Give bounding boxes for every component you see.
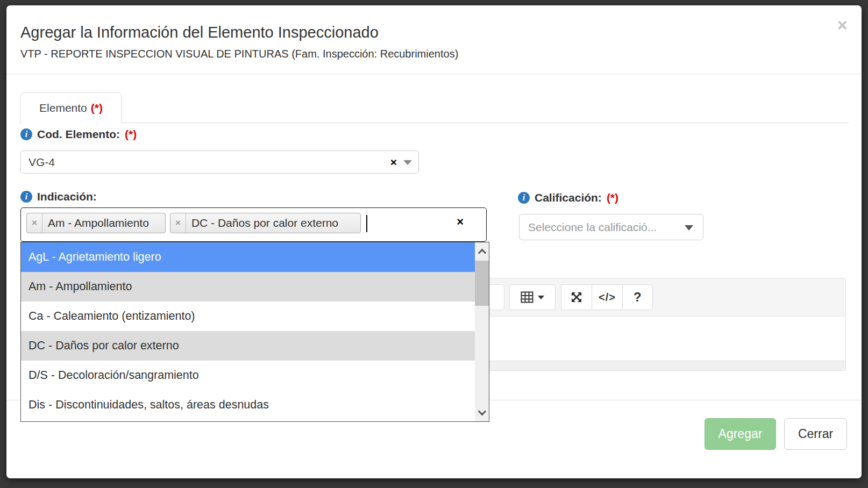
code-view-button[interactable]: </> — [592, 285, 622, 310]
dropdown-option[interactable]: Ca - Caleamiento (entizamiento) — [21, 302, 475, 331]
cod-elemento-select[interactable]: VG-4 × — [20, 150, 419, 174]
tabs-underline — [19, 123, 849, 123]
text-cursor — [366, 215, 367, 232]
header-divider — [6, 74, 862, 74]
calificacion-label-row: i Calificación: (*) — [518, 191, 618, 204]
tag-label: Am - Ampollamiento — [42, 217, 154, 229]
cod-elemento-value: VG-4 — [29, 156, 55, 169]
insert-table-button[interactable] — [509, 284, 556, 310]
chevron-down-icon[interactable] — [403, 160, 412, 165]
info-icon[interactable]: i — [518, 192, 530, 204]
help-icon: ? — [634, 290, 642, 305]
add-element-modal: Agregar la Información del Elemento Insp… — [6, 5, 862, 478]
description-editor: </> ? — [486, 278, 846, 371]
scroll-up-icon[interactable] — [475, 242, 489, 260]
remove-tag-icon[interactable]: × — [27, 213, 42, 233]
cod-elemento-label: Cod. Elemento: — [37, 128, 120, 141]
modal-subtitle: VTP - REPORTE INSPECCION VISUAL DE PINTU… — [20, 48, 458, 60]
clear-selection-icon[interactable]: × — [390, 156, 397, 168]
fullscreen-icon — [570, 291, 583, 304]
dropdown-option[interactable]: DC - Daños por calor externo — [21, 331, 475, 361]
indicacion-label: Indicación: — [37, 190, 97, 203]
help-button[interactable]: ? — [622, 285, 652, 310]
scroll-down-icon[interactable] — [475, 404, 489, 421]
modal-title: Agregar la Información del Elemento Insp… — [20, 23, 379, 43]
editor-content-area[interactable] — [486, 317, 845, 362]
dropdown-option[interactable]: Am - Ampollamiento — [21, 272, 475, 302]
dropdown-option[interactable]: Dis - Discontinuidades, saltos, áreas de… — [21, 390, 475, 420]
code-icon: </> — [599, 291, 616, 304]
tab-elemento[interactable]: Elemento (*) — [20, 92, 122, 123]
calificacion-label: Calificación: — [535, 191, 602, 204]
table-icon — [521, 291, 533, 303]
indicacion-label-row: i Indicación: — [20, 190, 97, 203]
editor-resize-bar[interactable] — [486, 361, 845, 370]
editor-toolbar: </> ? — [486, 278, 845, 317]
close-icon[interactable]: × — [837, 16, 848, 34]
selected-tag: × Am - Ampollamiento — [26, 213, 166, 233]
cod-elemento-label-row: i Cod. Elemento: (*) — [20, 128, 137, 141]
fullscreen-button[interactable] — [561, 285, 592, 310]
cod-elemento-required-mark: (*) — [125, 128, 137, 141]
tab-required-mark: (*) — [91, 102, 103, 114]
calificacion-placeholder: Seleccione la calificació... — [528, 221, 657, 234]
tab-label: Elemento — [39, 102, 87, 114]
dropdown-option[interactable]: AgL - Agrietamiento ligero — [21, 242, 475, 272]
indicacion-multiselect-input[interactable]: × Am - Ampollamiento × DC - Daños por ca… — [20, 207, 487, 242]
clear-all-icon[interactable]: × — [457, 216, 464, 228]
dropdown-option[interactable]: D/S - Decoloración/sangramiento — [21, 361, 475, 390]
calificacion-required-mark: (*) — [607, 191, 618, 204]
cerrar-button[interactable]: Cerrar — [784, 418, 847, 450]
chevron-down-icon[interactable] — [685, 225, 693, 231]
tag-label: DC - Daños por calor externo — [186, 217, 344, 229]
chevron-down-icon — [538, 296, 544, 299]
scrollbar-thumb[interactable] — [475, 261, 489, 306]
remove-tag-icon[interactable]: × — [170, 213, 186, 233]
info-icon[interactable]: i — [20, 128, 32, 140]
selected-tag: × DC - Daños por calor externo — [170, 213, 361, 233]
agregar-button[interactable]: Agregar — [705, 418, 776, 450]
indicacion-dropdown: AgL - Agrietamiento ligero Am - Ampollam… — [20, 242, 489, 422]
editor-toolbar-group: </> ? — [561, 284, 653, 310]
info-icon[interactable]: i — [20, 191, 32, 203]
dropdown-scrollbar[interactable] — [475, 242, 489, 421]
calificacion-select[interactable]: Seleccione la calificació... — [519, 214, 703, 240]
